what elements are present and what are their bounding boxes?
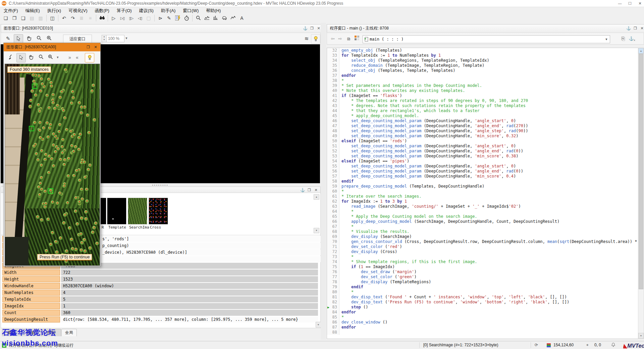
code-line[interactable]: 45 * apply_deep_counting_model.: [327, 113, 638, 118]
step-into-icon[interactable]: ▯▷: [127, 14, 135, 22]
open-example-icon[interactable]: ❑: [19, 14, 27, 22]
code-line[interactable]: 33for TemplateIdx := 1 to NumTemplates b…: [327, 53, 638, 58]
code-line[interactable]: 62for ImageIdx := 1 to 3 by 1: [327, 199, 638, 204]
table-row[interactable]: Width722: [2, 269, 320, 276]
thumbnail-searchima[interactable]: [128, 198, 147, 225]
code-line[interactable]: 74 * Show template regions, if this is t…: [327, 259, 638, 264]
floating-graphics-window[interactable]: 图形窗口: [H528307CEA00] ❐ ✕ ▼ » « ×××××××××…: [3, 43, 101, 266]
menu-item[interactable]: 函数(P): [91, 7, 113, 14]
code-line[interactable]: 42 * The templates are rotated in steps …: [327, 98, 638, 103]
rods-image[interactable]: ××××××××××××××××××××××××××××××××××××××××…: [5, 64, 100, 266]
code-line[interactable]: 76 dev_set_draw ('margin'): [327, 269, 638, 275]
gray-profile-icon[interactable]: [229, 14, 237, 22]
scroll-down-icon[interactable]: ▼: [638, 333, 644, 339]
code-line[interactable]: 72 dev_display (Cross): [327, 249, 638, 254]
combo-dropdown-icon[interactable]: ▼: [604, 36, 609, 43]
dock-pin-icon[interactable]: ⚓: [626, 26, 632, 31]
table-row[interactable]: WindowHandleH528307CEA00 (window): [2, 283, 320, 289]
code-editor[interactable]: 32gen_empty_obj (Templates)33for Templat…: [327, 48, 639, 339]
clear-broom-icon[interactable]: [6, 53, 15, 62]
open-program-icon[interactable]: ❐: [10, 14, 18, 22]
code-line[interactable]: 75 if (1 == ImageIdx): [327, 264, 638, 269]
dock-pin-icon[interactable]: ⚓: [302, 26, 308, 31]
forward-icon[interactable]: ⇨: [336, 35, 344, 42]
pointer-icon[interactable]: [14, 34, 23, 44]
menu-item[interactable]: 助手(A): [157, 7, 179, 14]
back-icon[interactable]: ⇦: [329, 35, 336, 42]
code-line[interactable]: 35 reduce_domain (TemplateImage, Templat…: [327, 63, 638, 68]
close-panel-icon[interactable]: ✕: [639, 26, 644, 31]
thumbnail-cross[interactable]: [149, 198, 168, 225]
menu-item[interactable]: 建议(S): [136, 7, 157, 14]
lightbulb-icon[interactable]: [311, 34, 320, 44]
code-line[interactable]: 32gen_empty_obj (Templates): [327, 48, 638, 53]
code-line[interactable]: ▶83 stop (): [327, 305, 638, 310]
insert-operator-icon[interactable]: ⊳: [156, 14, 164, 22]
code-line[interactable]: 70 gen_cross_contour_xld (Cross, DeepCou…: [327, 239, 638, 244]
code-line[interactable]: 84endfor: [327, 310, 638, 315]
thread-grid-icon[interactable]: [353, 35, 361, 42]
menu-item[interactable]: 帮助(H): [202, 7, 224, 14]
code-line[interactable]: 34 select_obj (TemplateRegions, Template…: [327, 58, 638, 63]
scroll-up-icon[interactable]: ▲: [314, 194, 319, 200]
code-line[interactable]: 41if (ImageSet == 'flasks'): [327, 93, 638, 98]
code-line[interactable]: 49 set_deep_counting_model_param (DeepCo…: [327, 134, 638, 139]
pointer-icon[interactable]: [16, 53, 26, 62]
menu-item[interactable]: 算子(O): [113, 7, 136, 14]
dock-pin-icon[interactable]: ⚓: [300, 187, 306, 193]
code-line[interactable]: 65 * Apply the Deep Counting model on th…: [327, 214, 638, 219]
code-line[interactable]: 44 * that they are rectangle1's, which l…: [327, 108, 638, 113]
magnify-icon[interactable]: [37, 53, 45, 62]
float-window-icon[interactable]: ❐: [632, 26, 638, 31]
code-line[interactable]: 87endfor: [327, 325, 638, 330]
code-line[interactable]: 85*: [327, 315, 638, 320]
undo-icon[interactable]: ↶: [60, 14, 68, 22]
menu-item[interactable]: 执行(x): [44, 7, 65, 14]
code-line[interactable]: 67 *: [327, 224, 638, 229]
code-line[interactable]: 48 set_deep_counting_model_param (DeepCo…: [327, 129, 638, 134]
float-window-icon[interactable]: ❐: [85, 44, 92, 50]
vertical-splitter[interactable]: [321, 23, 326, 340]
code-line[interactable]: 56 set_deep_counting_model_param (DeepCo…: [327, 169, 638, 174]
fit-window-button[interactable]: 适应窗口: [63, 35, 92, 43]
table-row[interactable]: TemplateIdx5: [2, 296, 320, 303]
image-acquisition-assistant-icon[interactable]: ◫: [48, 14, 56, 22]
magnify-icon[interactable]: [35, 34, 43, 43]
activate-lines-icon[interactable]: [174, 14, 182, 22]
code-line[interactable]: 60*: [327, 189, 638, 194]
code-line[interactable]: 38*: [327, 78, 638, 83]
close-button[interactable]: ✕: [635, 0, 644, 7]
code-line[interactable]: 77 dev_set_color ('green'): [327, 275, 638, 280]
code-line[interactable]: 61* Iterate over the search images.: [327, 194, 638, 199]
step-out-icon[interactable]: ◁▯: [136, 14, 144, 22]
zoom-dropdown-icon[interactable]: ▼: [53, 53, 62, 62]
pin-execution-icon[interactable]: ⚓x: [628, 35, 636, 42]
menu-item[interactable]: 文件(F): [0, 7, 22, 14]
code-scrollbar[interactable]: ▲ ▼: [638, 48, 644, 339]
code-line[interactable]: 63 read_image (SearchImage, 'counting/' …: [327, 204, 638, 209]
code-line[interactable]: 58endif: [327, 179, 638, 184]
code-line[interactable]: 88: [327, 330, 638, 335]
thumbnail-template[interactable]: [107, 198, 126, 225]
close-window-icon[interactable]: ✕: [92, 44, 99, 50]
feature-histogram-icon[interactable]: [212, 14, 220, 22]
code-line[interactable]: 59prepare_deep_counting_model (Templates…: [327, 184, 638, 189]
floating-window-titlebar[interactable]: 图形窗口: [H528307CEA00] ❐ ✕: [4, 43, 100, 51]
procedure-combo[interactable]: main ( : : : ) ▼: [363, 35, 610, 43]
code-line[interactable]: 52 set_deep_counting_model_param (DeepCo…: [327, 149, 638, 154]
code-line[interactable]: 53 set_deep_counting_model_param (DeepCo…: [327, 154, 638, 159]
code-line[interactable]: 68 * Visualize the results.: [327, 229, 638, 234]
code-line[interactable]: 47 set_deep_counting_model_param (DeepCo…: [327, 123, 638, 129]
code-line[interactable]: 51 set_deep_counting_model_param (DeepCo…: [327, 144, 638, 149]
float-window-icon[interactable]: ❐: [306, 187, 312, 193]
draw-icon[interactable]: ✎: [4, 34, 12, 43]
code-line[interactable]: 81 dev_disp_text ('Found ' + Count + ' i…: [327, 295, 638, 300]
code-line[interactable]: 64 *: [327, 209, 638, 214]
code-line[interactable]: 66 apply_deep_counting_model (SearchImag…: [327, 219, 638, 224]
find-replace-icon[interactable]: [98, 14, 106, 22]
program-window-titlebar[interactable]: 程序窗口 - main () - 主线程: 8708 ⚓ ❐ ✕: [327, 24, 644, 33]
table-row[interactable]: Count360: [2, 310, 320, 316]
gray-histogram-icon[interactable]: [203, 14, 211, 22]
menu-item[interactable]: 窗口(W): [179, 7, 202, 14]
table-row[interactable]: Height1523: [2, 276, 320, 283]
